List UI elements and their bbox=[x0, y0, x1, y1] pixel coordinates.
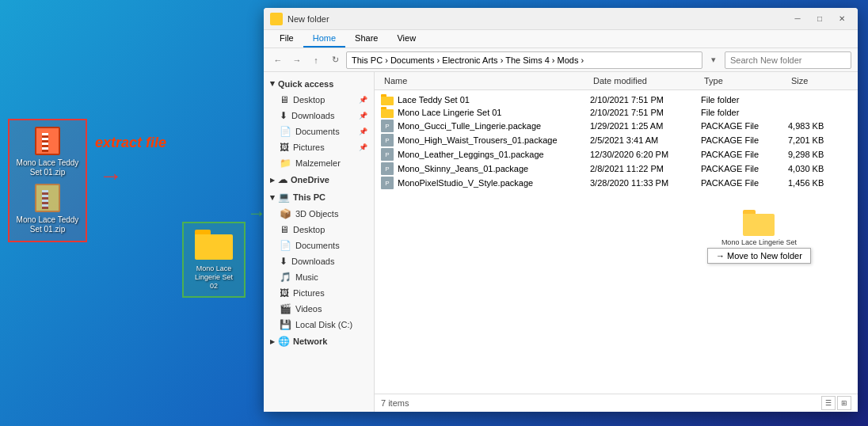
file-name: Mono_High_Waist_Trousers_01.package bbox=[398, 135, 558, 145]
tab-share[interactable]: Share bbox=[345, 30, 387, 48]
folder-icon: 📁 bbox=[280, 158, 291, 169]
col-date[interactable]: Date modified bbox=[590, 74, 701, 88]
dragging-folder: Mono Lace Lingerie Set → Move to New fol… bbox=[707, 210, 811, 264]
onedrive-label: OneDrive bbox=[291, 175, 329, 184]
refresh-button[interactable]: ↻ bbox=[327, 52, 343, 68]
sidebar-3dobjects-label: 3D Objects bbox=[295, 209, 338, 219]
sidebar-item-music[interactable]: 🎵 Music bbox=[264, 269, 374, 285]
details-view-icon[interactable]: ☰ bbox=[821, 396, 836, 410]
table-row[interactable]: Mono Lace Lingerie Set 01 2/10/2021 7:51… bbox=[375, 106, 858, 119]
file-name-cell: P Mono_High_Waist_Trousers_01.package bbox=[381, 134, 590, 146]
sidebar-item-localdisk[interactable]: 💾 Local Disk (C:) bbox=[264, 317, 374, 333]
file-type: PACKAGE File bbox=[701, 121, 788, 131]
window-icon bbox=[270, 13, 283, 25]
file-name: Lace Teddy Set 01 bbox=[398, 95, 470, 105]
sidebar-desktop-label: Desktop bbox=[293, 95, 325, 105]
chevron-down-icon: ▾ bbox=[270, 78, 275, 89]
tab-view[interactable]: View bbox=[387, 30, 425, 48]
minimize-button[interactable]: ─ bbox=[788, 12, 807, 26]
file-date: 2/8/2021 11:22 PM bbox=[590, 164, 701, 173]
ribbon-tabs: File Home Share View bbox=[264, 30, 858, 48]
move-tooltip-text: → Move to New folder bbox=[716, 251, 802, 261]
chevron-right-icon-2: ▸ bbox=[270, 337, 275, 347]
chevron-down-icon-2: ▾ bbox=[270, 192, 275, 203]
tab-home[interactable]: Home bbox=[303, 30, 345, 48]
extract-label: extract file bbox=[95, 135, 166, 151]
table-row[interactable]: P Mono_Gucci_Tulle_Lingerie.package 1/29… bbox=[375, 119, 858, 133]
forward-button[interactable]: → bbox=[289, 52, 305, 68]
music-icon: 🎵 bbox=[280, 272, 291, 283]
sidebar-item-pictures[interactable]: 🖼 Pictures bbox=[264, 139, 374, 155]
sidebar-item-desktop2[interactable]: 🖥 Desktop bbox=[264, 222, 374, 238]
address-input[interactable] bbox=[346, 51, 702, 69]
sidebar-music-label: Music bbox=[295, 272, 318, 282]
file-date: 1/29/2021 1:25 AM bbox=[590, 121, 701, 131]
col-type[interactable]: Type bbox=[701, 74, 788, 88]
file-name: MonoPixelStudio_V_Style.package bbox=[398, 178, 533, 188]
status-bar: 7 items ☰ ⊞ bbox=[375, 394, 858, 412]
desktop-file-label-2: Mono Lace Teddy Set 01.zip bbox=[16, 215, 79, 234]
table-row[interactable]: P Mono_Skinny_Jeans_01.package 2/8/2021 … bbox=[375, 162, 858, 176]
file-size: 4,983 KB bbox=[788, 121, 851, 131]
close-button[interactable]: ✕ bbox=[832, 12, 851, 26]
sidebar-item-downloads[interactable]: ⬇ Downloads bbox=[264, 108, 374, 124]
sidebar-documents-label: Documents bbox=[295, 127, 340, 136]
sidebar-malzemeler-label: Malzemeler bbox=[295, 158, 341, 168]
desktop-file-2[interactable]: Mono Lace Teddy Set 01.zip bbox=[16, 184, 79, 234]
sidebar-item-malzemeler[interactable]: 📁 Malzemeler bbox=[264, 155, 374, 171]
sidebar: ▾ Quick access 🖥 Desktop ⬇ Downloads 📄 D… bbox=[264, 72, 375, 412]
destination-folder[interactable]: Mono Lace Lingerie Set 02 bbox=[182, 222, 246, 298]
folder-icon-sm bbox=[381, 94, 394, 105]
maximize-button[interactable]: □ bbox=[810, 12, 829, 26]
desktop-area: Mono Lace Teddy Set 01.zip Mono Lace Ted… bbox=[8, 119, 166, 242]
videos-icon: 🎬 bbox=[280, 303, 291, 314]
col-size[interactable]: Size bbox=[788, 74, 851, 88]
tab-file[interactable]: File bbox=[270, 30, 303, 48]
file-name-cell: P Mono_Gucci_Tulle_Lingerie.package bbox=[381, 120, 590, 132]
desktop-file-1[interactable]: Mono Lace Teddy Set 01.zip bbox=[16, 127, 79, 177]
file-type: PACKAGE File bbox=[701, 150, 788, 159]
3dobjects-icon: 📦 bbox=[280, 208, 291, 219]
this-pc-header[interactable]: ▾ 💻 This PC bbox=[264, 188, 374, 206]
back-button[interactable]: ← bbox=[270, 52, 286, 68]
file-type: PACKAGE File bbox=[701, 178, 788, 188]
table-row[interactable]: P Mono_High_Waist_Trousers_01.package 2/… bbox=[375, 133, 858, 147]
search-input[interactable] bbox=[725, 51, 851, 69]
sidebar-item-3dobjects[interactable]: 📦 3D Objects bbox=[264, 206, 374, 222]
table-row[interactable]: P Mono_Leather_Leggings_01.package 12/30… bbox=[375, 147, 858, 162]
desktop2-icon: 🖥 bbox=[280, 224, 289, 235]
sidebar-item-pictures2[interactable]: 🖼 Pictures bbox=[264, 285, 374, 301]
quick-access-header[interactable]: ▾ Quick access bbox=[264, 75, 374, 92]
title-bar: New folder ─ □ ✕ bbox=[264, 8, 858, 30]
sidebar-item-desktop[interactable]: 🖥 Desktop bbox=[264, 92, 374, 108]
ribbon: File Home Share View bbox=[264, 30, 858, 48]
up-button[interactable]: ↑ bbox=[308, 52, 324, 68]
col-name[interactable]: Name bbox=[381, 74, 590, 88]
address-bar: ← → ↑ ↻ ▾ bbox=[264, 48, 858, 72]
sidebar-item-downloads2[interactable]: ⬇ Downloads bbox=[264, 253, 374, 269]
address-dropdown-button[interactable]: ▾ bbox=[706, 52, 721, 68]
sidebar-downloads2-label: Downloads bbox=[291, 257, 334, 266]
sidebar-desktop2-label: Desktop bbox=[293, 225, 325, 234]
this-pc-icon: 💻 bbox=[278, 192, 290, 203]
sidebar-item-videos[interactable]: 🎬 Videos bbox=[264, 301, 374, 317]
folder-icon-sm bbox=[381, 107, 394, 118]
sidebar-item-documents2[interactable]: 📄 Documents bbox=[264, 238, 374, 253]
window-title: New folder bbox=[287, 14, 783, 24]
network-label: Network bbox=[293, 337, 327, 346]
sidebar-item-documents[interactable]: 📄 Documents bbox=[264, 124, 374, 139]
file-name-cell: P MonoPixelStudio_V_Style.package bbox=[381, 177, 590, 189]
file-type: PACKAGE File bbox=[701, 164, 788, 173]
network-header[interactable]: ▸ 🌐 Network bbox=[264, 333, 374, 350]
file-date: 2/10/2021 7:51 PM bbox=[590, 95, 701, 105]
tiles-view-icon[interactable]: ⊞ bbox=[837, 396, 851, 410]
table-row[interactable]: Lace Teddy Set 01 2/10/2021 7:51 PM File… bbox=[375, 93, 858, 106]
table-row[interactable]: P MonoPixelStudio_V_Style.package 3/28/2… bbox=[375, 176, 858, 190]
localdisk-icon: 💾 bbox=[280, 319, 291, 330]
destination-folder-icon bbox=[195, 230, 233, 261]
desktop-file-label-1: Mono Lace Teddy Set 01.zip bbox=[16, 158, 79, 177]
onedrive-header[interactable]: ▸ ☁ OneDrive bbox=[264, 171, 374, 188]
file-size: 4,030 KB bbox=[788, 164, 851, 173]
sidebar-pictures2-label: Pictures bbox=[293, 288, 325, 298]
documents2-icon: 📄 bbox=[280, 240, 291, 251]
